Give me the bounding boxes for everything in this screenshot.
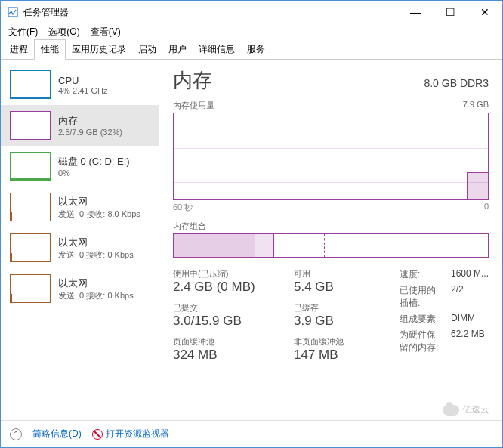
speed-label: 速度: bbox=[400, 268, 445, 281]
speed-value: 1600 M... bbox=[451, 268, 489, 281]
usage-max: 7.9 GB bbox=[463, 100, 489, 111]
sidebar-item-ethernet-0[interactable]: 以太网 发送: 0 接收: 8.0 Kbps bbox=[1, 187, 159, 227]
gridline bbox=[174, 182, 488, 183]
stat-committed-value: 3.0/15.9 GB bbox=[173, 314, 294, 329]
sidebar-title: 内存 bbox=[58, 114, 122, 128]
watermark: 亿速云 bbox=[443, 403, 489, 416]
reserved-label: 为硬件保留的内存: bbox=[400, 329, 445, 354]
app-icon bbox=[7, 6, 19, 18]
sidebar-title: 以太网 bbox=[58, 195, 140, 209]
stat-in-use-label: 使用中(已压缩) bbox=[173, 268, 294, 280]
form-label: 组成要素: bbox=[400, 313, 445, 326]
page-title: 内存 bbox=[173, 67, 212, 94]
gridline bbox=[174, 131, 488, 131]
maximize-button[interactable]: ☐ bbox=[433, 1, 468, 23]
ethernet-thumbnail-icon bbox=[10, 193, 51, 221]
sidebar-item-ethernet-2[interactable]: 以太网 发送: 0 接收: 0 Kbps bbox=[1, 268, 159, 309]
memory-thumbnail-icon bbox=[10, 111, 51, 140]
axis-right: 0 bbox=[484, 202, 489, 213]
form-value: DIMM bbox=[451, 313, 489, 326]
memory-usage-chart[interactable] bbox=[173, 113, 489, 200]
chevron-up-icon[interactable]: ⌃ bbox=[10, 428, 22, 440]
usage-label-row: 内存使用量 7.9 GB bbox=[173, 100, 489, 111]
menu-file[interactable]: 文件(F) bbox=[5, 24, 41, 40]
tab-app-history[interactable]: 应用历史记录 bbox=[66, 40, 132, 59]
time-axis: 60 秒 0 bbox=[173, 202, 489, 213]
slots-label: 已使用的插槽: bbox=[400, 284, 445, 310]
stat-nonpaged-label: 非页面缓冲池 bbox=[294, 336, 384, 348]
tab-details[interactable]: 详细信息 bbox=[193, 40, 241, 59]
window-title: 任务管理器 bbox=[23, 6, 398, 19]
minimize-button[interactable]: — bbox=[398, 1, 433, 23]
sidebar-text: 内存 2.5/7.9 GB (32%) bbox=[58, 114, 122, 137]
sidebar-item-cpu[interactable]: CPU 4% 2.41 GHz bbox=[1, 64, 159, 105]
tab-services[interactable]: 服务 bbox=[241, 40, 271, 59]
close-button[interactable]: ✕ bbox=[468, 1, 502, 23]
stat-nonpaged-value: 147 MB bbox=[294, 348, 384, 363]
composition-label: 内存组合 bbox=[173, 221, 489, 232]
menu-view[interactable]: 查看(V) bbox=[88, 24, 124, 40]
menubar: 文件(F) 选项(O) 查看(V) bbox=[1, 23, 502, 40]
sidebar-sub: 发送: 0 接收: 8.0 Kbps bbox=[58, 209, 140, 220]
tab-startup[interactable]: 启动 bbox=[132, 40, 162, 59]
tab-users[interactable]: 用户 bbox=[162, 40, 193, 59]
brief-info-link[interactable]: 简略信息(D) bbox=[32, 428, 82, 440]
stat-in-use-value: 2.4 GB (0 MB) bbox=[173, 280, 294, 295]
watermark-text: 亿速云 bbox=[462, 403, 489, 416]
ethernet-thumbnail-icon bbox=[10, 233, 51, 262]
sidebar-title: 磁盘 0 (C: D: E:) bbox=[58, 155, 130, 168]
stat-cached-label: 已缓存 bbox=[294, 302, 384, 314]
content-area: CPU 4% 2.41 GHz 内存 2.5/7.9 GB (32%) 磁盘 0… bbox=[1, 60, 502, 420]
cpu-thumbnail-icon bbox=[10, 70, 51, 99]
composition-standby bbox=[274, 234, 325, 257]
stat-available-label: 可用 bbox=[294, 268, 384, 280]
sidebar-sub: 4% 2.41 GHz bbox=[58, 86, 107, 95]
tab-processes[interactable]: 进程 bbox=[4, 40, 34, 59]
composition-free bbox=[325, 234, 488, 257]
footer: ⌃ 简略信息(D) 打开资源监视器 bbox=[1, 420, 502, 447]
usage-fill bbox=[467, 172, 488, 199]
stat-committed-label: 已提交 bbox=[173, 302, 294, 314]
sidebar-text: 磁盘 0 (C: D: E:) 0% bbox=[58, 155, 130, 178]
usage-label: 内存使用量 bbox=[173, 100, 214, 111]
main-panel: 内存 8.0 GB DDR3 内存使用量 7.9 GB 60 秒 0 内存组合 bbox=[159, 60, 502, 420]
menu-options[interactable]: 选项(O) bbox=[45, 24, 82, 40]
stat-paged-label: 页面缓冲池 bbox=[173, 336, 294, 348]
sidebar-title: CPU bbox=[58, 75, 107, 86]
stats-area: 使用中(已压缩) 2.4 GB (0 MB) 可用 5.4 GB 已提交 3.0… bbox=[173, 268, 489, 363]
sidebar-item-disk[interactable]: 磁盘 0 (C: D: E:) 0% bbox=[1, 146, 159, 187]
ethernet-thumbnail-icon bbox=[10, 274, 51, 303]
sidebar-text: CPU 4% 2.41 GHz bbox=[58, 75, 107, 95]
memory-capacity: 8.0 GB DDR3 bbox=[424, 77, 489, 89]
tabbar: 进程 性能 应用历史记录 启动 用户 详细信息 服务 bbox=[1, 40, 502, 60]
memory-composition-chart[interactable] bbox=[173, 233, 489, 258]
reserved-value: 62.2 MB bbox=[451, 329, 489, 354]
sidebar-sub: 0% bbox=[58, 168, 130, 178]
stat-paged-value: 324 MB bbox=[173, 348, 294, 363]
sidebar-sub: 发送: 0 接收: 0 Kbps bbox=[58, 290, 134, 301]
sidebar-item-memory[interactable]: 内存 2.5/7.9 GB (32%) bbox=[1, 105, 159, 146]
stats-left: 使用中(已压缩) 2.4 GB (0 MB) 可用 5.4 GB 已提交 3.0… bbox=[173, 268, 400, 363]
stats-right: 速度: 1600 M... 已使用的插槽: 2/2 组成要素: DIMM 为硬件… bbox=[400, 268, 489, 363]
forbid-icon bbox=[92, 429, 103, 440]
sidebar-text: 以太网 发送: 0 接收: 0 Kbps bbox=[58, 236, 134, 261]
sidebar-sub: 2.5/7.9 GB (32%) bbox=[58, 128, 122, 137]
gridline bbox=[174, 148, 488, 149]
disk-thumbnail-icon bbox=[10, 152, 51, 181]
composition-modified bbox=[255, 234, 274, 257]
sidebar-text: 以太网 发送: 0 接收: 8.0 Kbps bbox=[58, 195, 140, 220]
tab-performance[interactable]: 性能 bbox=[34, 39, 66, 60]
sidebar-sub: 发送: 0 接收: 0 Kbps bbox=[58, 249, 134, 261]
gridline bbox=[174, 165, 488, 165]
task-manager-window: 任务管理器 — ☐ ✕ 文件(F) 选项(O) 查看(V) 进程 性能 应用历史… bbox=[0, 0, 503, 448]
stat-available-value: 5.4 GB bbox=[294, 280, 384, 295]
sidebar-text: 以太网 发送: 0 接收: 0 Kbps bbox=[58, 277, 134, 301]
cloud-icon bbox=[443, 405, 459, 416]
open-resource-monitor-link[interactable]: 打开资源监视器 bbox=[92, 428, 169, 440]
stat-cached-value: 3.9 GB bbox=[294, 314, 384, 329]
titlebar[interactable]: 任务管理器 — ☐ ✕ bbox=[1, 1, 502, 23]
sidebar-item-ethernet-1[interactable]: 以太网 发送: 0 接收: 0 Kbps bbox=[1, 227, 159, 268]
svg-rect-0 bbox=[8, 8, 17, 17]
window-controls: — ☐ ✕ bbox=[398, 1, 502, 23]
header-row: 内存 8.0 GB DDR3 bbox=[173, 67, 489, 94]
